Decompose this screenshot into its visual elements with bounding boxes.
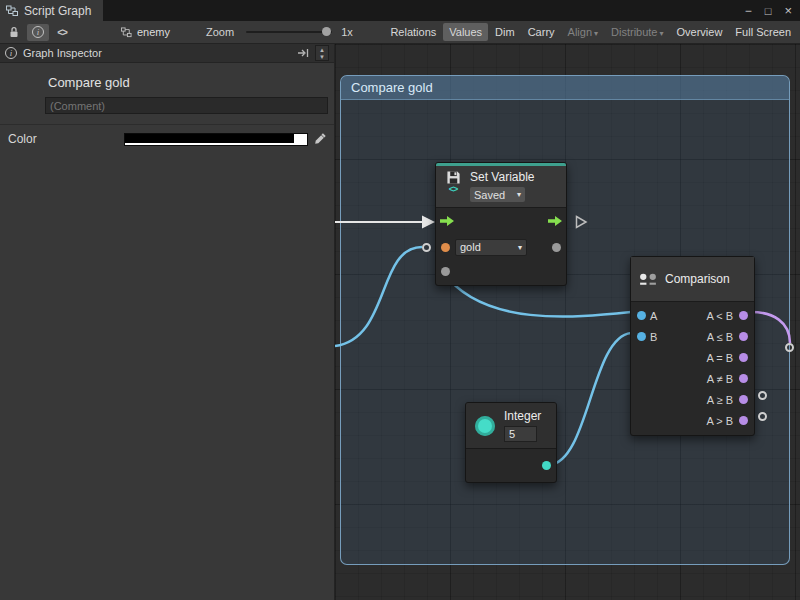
- values-button[interactable]: Values: [443, 23, 488, 41]
- divider: [0, 124, 334, 125]
- open-port-a-gte-b[interactable]: [758, 391, 767, 400]
- set-variable-icon-column: <>: [442, 170, 464, 202]
- flow-output-port[interactable]: [548, 216, 562, 226]
- output-port-a-gte-b[interactable]: [739, 395, 748, 404]
- tab-script-graph[interactable]: Script Graph: [0, 0, 103, 21]
- stepper-down-icon[interactable]: ▼: [319, 54, 325, 60]
- comparison-row: A A < B: [631, 305, 754, 326]
- zoom-slider-handle[interactable]: [322, 27, 331, 36]
- graph-inspector-title: Graph Inspector: [23, 47, 102, 59]
- wire-value-left[interactable]: [335, 247, 422, 346]
- expand-panel-icon[interactable]: [297, 47, 309, 59]
- flow-row: [436, 208, 566, 234]
- output-value-port[interactable]: [552, 243, 561, 252]
- window-titlebar: Script Graph − □ ×: [0, 0, 800, 21]
- window-controls: − □ ×: [745, 0, 792, 21]
- inspected-graph-title: Compare gold: [48, 75, 334, 90]
- code-icon: <>: [57, 27, 67, 38]
- code-preview-button[interactable]: <>: [51, 24, 73, 41]
- node-title: Integer: [504, 409, 541, 423]
- node-set-variable[interactable]: <> Set Variable Saved ▾: [435, 162, 567, 286]
- panel-stepper[interactable]: ▲ ▼: [315, 45, 329, 61]
- eyedropper-button[interactable]: [314, 133, 326, 145]
- integer-value-input[interactable]: [504, 426, 537, 442]
- integer-output-port[interactable]: [542, 461, 551, 470]
- variable-scope-dropdown[interactable]: Saved ▾: [470, 187, 525, 202]
- output-port-a-gt-b[interactable]: [739, 416, 748, 425]
- lock-button[interactable]: [3, 24, 25, 41]
- variable-code-icon: <>: [449, 185, 458, 194]
- distribute-button[interactable]: Distribute▾: [605, 23, 669, 41]
- minimize-button[interactable]: −: [745, 4, 752, 18]
- wire-comparison-output[interactable]: [751, 312, 790, 343]
- fullscreen-button[interactable]: Full Screen: [729, 23, 797, 41]
- wire-flow-arrowhead: [422, 216, 435, 229]
- relations-button[interactable]: Relations: [384, 23, 442, 41]
- output-label: A ≠ B: [707, 373, 733, 385]
- dim-button[interactable]: Dim: [489, 23, 521, 41]
- maximize-button[interactable]: □: [765, 5, 772, 17]
- overview-button[interactable]: Overview: [671, 23, 729, 41]
- graph-canvas[interactable]: Compare gold: [335, 44, 800, 600]
- variable-name-row: gold ▾: [436, 234, 566, 260]
- input-value-port[interactable]: [441, 267, 450, 276]
- integer-header[interactable]: Integer: [466, 403, 556, 449]
- set-variable-title-block: Set Variable Saved ▾: [470, 170, 534, 202]
- wire-integer-to-comparison-b[interactable]: [549, 333, 631, 465]
- integer-icon: [475, 416, 495, 436]
- tab-title: Script Graph: [24, 4, 91, 18]
- graph-reference-button[interactable]: enemy: [121, 26, 170, 38]
- graph-file-icon: [121, 27, 132, 38]
- output-port-a-neq-b[interactable]: [739, 374, 748, 383]
- output-port-a-eq-b[interactable]: [739, 353, 748, 362]
- chevron-down-icon: ▾: [518, 243, 522, 252]
- align-button[interactable]: Align▾: [562, 23, 604, 41]
- color-field-row: Color: [0, 132, 334, 146]
- comparison-icon: [638, 272, 658, 287]
- open-port-wire-end[interactable]: [785, 343, 794, 352]
- input-label: B: [650, 331, 662, 343]
- scope-value: Saved: [474, 189, 505, 201]
- inspector-toggle-button[interactable]: i: [27, 24, 49, 41]
- color-swatch-alpha: [294, 134, 307, 145]
- node-comparison[interactable]: Comparison A A < B B A ≤ B: [630, 256, 755, 436]
- graph-inspector-panel: i Graph Inspector ▲ ▼ Compare gold Color: [0, 44, 335, 600]
- comparison-row: B A ≤ B: [631, 326, 754, 347]
- stepper-up-icon[interactable]: ▲: [319, 47, 325, 53]
- chevron-down-icon: ▾: [517, 190, 521, 199]
- comparison-rows: A A < B B A ≤ B A = B: [631, 302, 754, 435]
- node-title: Comparison: [665, 272, 730, 286]
- script-graph-icon: [6, 5, 18, 17]
- variable-name-port[interactable]: [441, 243, 450, 252]
- comparison-row: A ≥ B: [631, 389, 754, 410]
- info-icon: i: [5, 47, 17, 59]
- input-port-b[interactable]: [637, 332, 646, 341]
- carry-button[interactable]: Carry: [522, 23, 561, 41]
- color-label: Color: [8, 132, 124, 146]
- input-port-a[interactable]: [637, 311, 646, 320]
- comparison-row: A = B: [631, 347, 754, 368]
- output-label: A = B: [706, 352, 733, 364]
- toolbar-right-group: Relations Values Dim Carry Align▾ Distri…: [384, 23, 797, 41]
- unity-visual-scripting-window: Script Graph − □ × i <> enemy: [0, 0, 800, 600]
- output-label: A ≥ B: [707, 394, 733, 406]
- output-label: A ≤ B: [707, 331, 733, 343]
- zoom-value: 1x: [341, 26, 353, 38]
- close-button[interactable]: ×: [784, 3, 792, 18]
- chevron-down-icon: ▾: [594, 29, 598, 38]
- output-port-a-less-b[interactable]: [739, 311, 748, 320]
- color-swatch[interactable]: [124, 133, 308, 146]
- open-port-left-of-set-variable[interactable]: [422, 243, 431, 252]
- flow-input-port[interactable]: [440, 216, 454, 226]
- open-port-a-gt-b[interactable]: [758, 412, 767, 421]
- eyedropper-icon: [314, 133, 326, 145]
- comparison-header[interactable]: Comparison: [631, 257, 754, 302]
- node-integer[interactable]: Integer: [465, 402, 557, 483]
- zoom-slider[interactable]: [246, 31, 332, 33]
- comment-input[interactable]: [45, 97, 328, 114]
- flow-continue-triangle[interactable]: [575, 215, 588, 229]
- variable-name-dropdown[interactable]: gold ▾: [455, 239, 527, 256]
- set-variable-header[interactable]: <> Set Variable Saved ▾: [436, 166, 566, 208]
- graph-reference-label: enemy: [137, 26, 170, 38]
- output-port-a-lte-b[interactable]: [739, 332, 748, 341]
